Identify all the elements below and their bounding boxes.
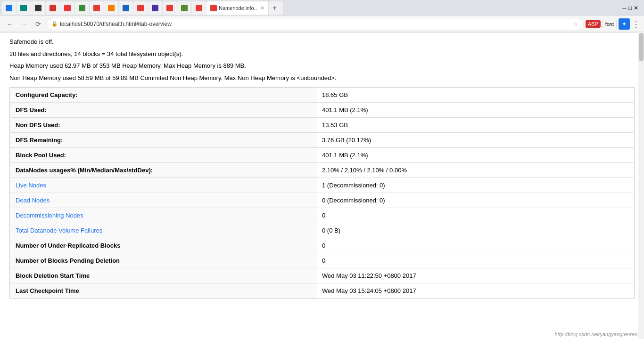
table-row: Block Pool Used:401.1 MB (2.1%) (10, 148, 635, 163)
tab-11[interactable] (148, 1, 162, 15)
table-row-label: Decommissioning Nodes (10, 208, 316, 223)
table-row-value: Wed May 03 11:22:50 +0800 2017 (316, 268, 635, 283)
tab-12[interactable] (163, 1, 177, 15)
table-row-value: 3.76 GB (20.17%) (316, 133, 635, 148)
table-row-value: 0 (316, 253, 635, 268)
table-row-label: Number of Under-Replicated Blocks (10, 238, 316, 253)
url-text: localhost:50070/dfshealth.html#tab-overv… (60, 21, 172, 27)
tab-8[interactable] (104, 1, 118, 15)
table-row-label: DataNodes usages% (Min/Median/Max/stdDev… (10, 163, 316, 178)
address-bar[interactable]: 🔒 localhost:50070/dfshealth.html#tab-ove… (46, 18, 584, 30)
table-row-label: Block Deletion Start Time (10, 268, 316, 283)
tab-14[interactable] (192, 1, 206, 15)
tab-bar: Namenode info... ✕ + ─ □ ✕ (0, 0, 644, 16)
table-row: Configured Capacity:18.65 GB (10, 88, 635, 103)
table-row-value: 0 (316, 238, 635, 253)
table-row-link[interactable]: Decommissioning Nodes (16, 212, 83, 219)
tab-1[interactable] (2, 1, 16, 15)
tab-10[interactable] (133, 1, 148, 15)
table-row: Last Checkpoint TimeWed May 03 15:24:05 … (10, 283, 635, 299)
table-row-value: 0 (Decommissioned: 0) (316, 193, 635, 208)
table-row-label: Dead Nodes (10, 193, 316, 208)
table-row-value: 18.65 GB (316, 88, 635, 103)
extension-btn[interactable]: ✦ (619, 18, 630, 30)
tab-new[interactable]: + (269, 1, 283, 15)
tab-6[interactable] (75, 1, 89, 15)
scrollbar-track[interactable] (638, 32, 644, 330)
tab-7[interactable] (90, 1, 104, 15)
files-text: 20 files and directories, 14 blocks = 34… (9, 49, 635, 59)
heap-text: Heap Memory used 62.97 MB of 353 MB Heap… (9, 61, 635, 71)
tab-4[interactable] (46, 1, 60, 15)
page-content: Safemode is off. 20 files and directorie… (0, 32, 644, 330)
maximize-btn[interactable]: □ (628, 5, 632, 11)
tab-13[interactable] (177, 1, 191, 15)
scrollbar-thumb[interactable] (639, 33, 644, 61)
info-table: Configured Capacity:18.65 GBDFS Used:401… (9, 87, 635, 299)
font-button[interactable]: font (603, 20, 617, 28)
table-row-value: 0 (316, 208, 635, 223)
abp-button[interactable]: ABP (586, 20, 601, 28)
table-row-value: 401.1 MB (2.1%) (316, 148, 635, 163)
table-row: Total Datanode Volume Failures0 (0 B) (10, 223, 635, 238)
table-row: Non DFS Used:13.53 GB (10, 118, 635, 133)
table-row: DFS Remaining:3.76 GB (20.17%) (10, 133, 635, 148)
toolbar: ← → ⟳ 🔒 localhost:50070/dfshealth.html#t… (0, 16, 644, 32)
tab-2[interactable] (17, 1, 31, 15)
browser-chrome: Namenode info... ✕ + ─ □ ✕ ← → ⟳ 🔒 local… (0, 0, 644, 32)
table-row: Block Deletion Start TimeWed May 03 11:2… (10, 268, 635, 283)
refresh-button[interactable]: ⟳ (32, 18, 44, 30)
non-heap-text: Non Heap Memory used 58.59 MB of 59.89 M… (9, 73, 635, 83)
menu-button[interactable]: ⋮ (632, 19, 640, 29)
table-row-label: Configured Capacity: (10, 88, 316, 103)
close-btn[interactable]: ✕ (634, 5, 638, 11)
table-row-label: Number of Blocks Pending Deletion (10, 253, 316, 268)
table-row: Number of Blocks Pending Deletion0 (10, 253, 635, 268)
table-row: DataNodes usages% (Min/Median/Max/stdDev… (10, 163, 635, 178)
table-row-value: 2.10% / 2.10% / 2.10% / 0.00% (316, 163, 635, 178)
table-row-value: Wed May 03 15:24:05 +0800 2017 (316, 283, 635, 299)
table-row: Decommissioning Nodes0 (10, 208, 635, 223)
tab-5[interactable] (60, 1, 74, 15)
table-row: Number of Under-Replicated Blocks0 (10, 238, 635, 253)
table-row-label: Live Nodes (10, 178, 316, 193)
table-row-value: 401.1 MB (2.1%) (316, 103, 635, 118)
table-row: Dead Nodes0 (Decommissioned: 0) (10, 193, 635, 208)
table-row: DFS Used:401.1 MB (2.1%) (10, 103, 635, 118)
toolbar-right: ABP font ✦ ⋮ (586, 18, 640, 30)
table-row: Live Nodes1 (Decommissioned: 0) (10, 178, 635, 193)
table-row-label: DFS Used: (10, 103, 316, 118)
table-row-value: 13.53 GB (316, 118, 635, 133)
table-row-value: 0 (0 B) (316, 223, 635, 238)
table-row-link[interactable]: Live Nodes (16, 182, 46, 189)
table-row-label: Last Checkpoint Time (10, 283, 316, 299)
back-button[interactable]: ← (4, 18, 16, 30)
table-row-link[interactable]: Dead Nodes (16, 197, 50, 204)
safemode-text: Safemode is off. (9, 37, 635, 47)
star-icon[interactable]: ☆ (572, 20, 578, 28)
table-row-label: Non DFS Used: (10, 118, 316, 133)
minimize-btn[interactable]: ─ (622, 5, 627, 11)
lock-icon: 🔒 (51, 21, 58, 27)
table-row-link[interactable]: Total Datanode Volume Failures (16, 227, 102, 234)
table-row-label: Block Pool Used: (10, 148, 316, 163)
forward-button[interactable]: → (18, 18, 30, 30)
tab-active[interactable]: Namenode info... ✕ (206, 1, 268, 15)
table-row-label: DFS Remaining: (10, 133, 316, 148)
tab-3[interactable] (31, 1, 45, 15)
table-row-value: 1 (Decommissioned: 0) (316, 178, 635, 193)
tab-9[interactable] (119, 1, 133, 15)
table-row-label: Total Datanode Volume Failures (10, 223, 316, 238)
